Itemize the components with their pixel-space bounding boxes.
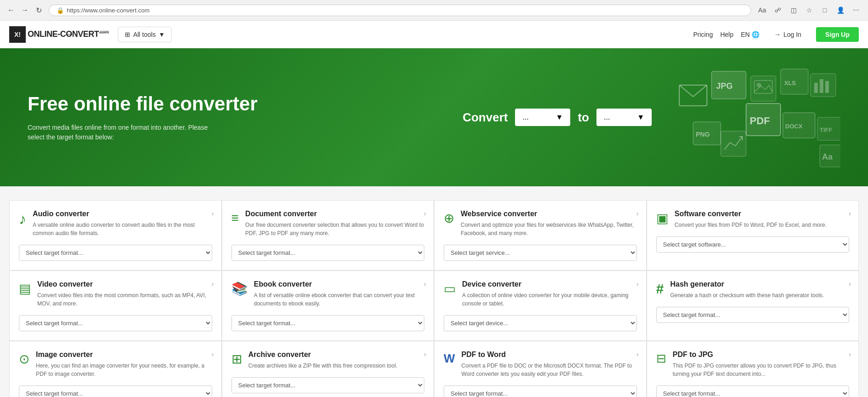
card-title-area-device: Device converter A collection of online … [462, 280, 637, 308]
card-select-ebook[interactable]: Select target format... EPUBMOBIAZWPDF [231, 315, 425, 331]
header-nav: Pricing Help EN 🌐 → Log In Sign Up [693, 27, 859, 42]
svg-text:Aa: Aa [822, 152, 833, 161]
card-desc-image: Here, you can find an image converter fo… [36, 362, 212, 378]
signup-button[interactable]: Sign Up [816, 27, 859, 42]
card-header-video: ▤ Video converter Convert video files in… [19, 280, 212, 308]
pricing-link[interactable]: Pricing [693, 31, 713, 38]
card-select-software[interactable]: Select target software... WordExcel [656, 236, 850, 253]
favorites-button[interactable]: ☆ [803, 4, 816, 17]
svg-text:TIFF: TIFF [820, 127, 832, 133]
card-arrow-device: › [637, 280, 639, 288]
card-select-pdfword[interactable]: Select target format... DOCDOCX [444, 385, 637, 397]
svg-text:PDF: PDF [750, 115, 770, 127]
converter-card-pdfjpg: ⊟ PDF to JPG This PDF to JPG converter a… [647, 341, 859, 397]
svg-rect-9 [814, 83, 818, 93]
converter-card-document: ≡ Document converter Our free document c… [222, 200, 434, 270]
svg-rect-11 [825, 81, 829, 93]
svg-text:DOCX: DOCX [785, 123, 803, 130]
zoom-button[interactable]: Aa [756, 4, 769, 17]
card-header-device: ▭ Device converter A collection of onlin… [444, 280, 637, 308]
chevron-down-icon: ▼ [158, 31, 165, 38]
card-arrow-webservice: › [637, 210, 639, 217]
card-desc-software: Convert your files from PDF to Word, PDF… [675, 221, 850, 229]
language-selector[interactable]: EN 🌐 [741, 31, 759, 38]
convert-to-dropdown[interactable]: ... ▼ [596, 109, 652, 126]
card-title-area-software: Software converter Convert your files fr… [675, 210, 850, 229]
hero-converter: Convert ... ▼ to ... ▼ [463, 109, 652, 126]
card-desc-webservice: Convert and optimize your files for webs… [461, 221, 637, 237]
card-title-hash: Hash generator [670, 280, 849, 288]
image-icon: ⊙ [19, 351, 29, 367]
browser-nav-buttons: ← → ↻ [6, 5, 44, 16]
card-select-pdfjpg[interactable]: Select target format... JPGPNG [656, 385, 850, 397]
decoration-svg: JPG XLS PD [665, 67, 840, 168]
card-select-hash[interactable]: Select target format... MD5SHA1SHA256 [656, 307, 850, 323]
collections-button[interactable]: □ [818, 4, 831, 17]
converter-card-video: ▤ Video converter Convert video files in… [9, 270, 222, 341]
card-arrow-pdfword: › [637, 351, 639, 358]
card-title-area-audio: Audio converter A versatile online audio… [33, 210, 212, 237]
help-link[interactable]: Help [720, 31, 734, 38]
svg-rect-18 [721, 131, 746, 156]
convert-from-dropdown[interactable]: ... ▼ [515, 109, 570, 126]
menu-button[interactable]: ⋯ [850, 4, 862, 17]
converter-card-software: ▣ Software converter Convert your files … [647, 200, 859, 270]
converter-card-hash: # Hash generator Generate a hash or chec… [647, 270, 859, 341]
svg-text:PNG: PNG [696, 131, 710, 138]
converter-card-ebook: 📚 Ebook converter A list of versatile on… [222, 270, 434, 341]
card-title-ebook: Ebook converter [254, 280, 425, 288]
card-select-audio[interactable]: Select target format... MP3WAVOGGFLACAAC… [19, 245, 212, 261]
browser-actions: Aa ☍ ◫ ☆ □ 👤 ⋯ [756, 4, 862, 17]
main-content: ♪ Audio converter A versatile online aud… [0, 186, 868, 397]
card-header-document: ≡ Document converter Our free document c… [231, 210, 425, 237]
card-header-archive: ⊞ Archive converter Create archives like… [231, 351, 425, 370]
pdfjpg-icon: ⊟ [656, 351, 666, 366]
refresh-button[interactable]: ↻ [33, 5, 44, 16]
card-title-area-pdfjpg: PDF to JPG This PDF to JPG converter all… [673, 351, 850, 378]
address-bar[interactable]: 🔒 https://www.online-convert.com [49, 5, 751, 16]
converter-card-pdfword: W PDF to Word Convert a PDF file to DOC … [434, 341, 647, 397]
card-arrow-hash: › [849, 280, 851, 288]
card-title-audio: Audio converter [33, 210, 212, 218]
web-icon: ⊕ [444, 211, 454, 226]
card-header-audio: ♪ Audio converter A versatile online aud… [19, 210, 212, 237]
software-icon: ▣ [656, 211, 668, 226]
card-arrow-archive: › [424, 351, 426, 358]
card-header-pdfjpg: ⊟ PDF to JPG This PDF to JPG converter a… [656, 351, 850, 378]
card-title-pdfword: PDF to Word [462, 351, 637, 359]
forward-button[interactable]: → [19, 5, 30, 16]
profile-button[interactable]: 👤 [834, 4, 847, 17]
card-select-archive[interactable]: Select target format... ZIPRAR7ZTARGZ [231, 377, 425, 393]
card-select-document[interactable]: Select target format... PDFDOCDOCXJPGPNG [231, 245, 425, 261]
url-text: https://www.online-convert.com [67, 7, 150, 14]
login-button[interactable]: → Log In [767, 27, 809, 42]
card-header-software: ▣ Software converter Convert your files … [656, 210, 850, 229]
card-title-video: Video converter [37, 280, 212, 288]
card-arrow-software: › [849, 210, 851, 217]
back-button[interactable]: ← [6, 5, 17, 16]
document-icon: ≡ [231, 211, 239, 225]
grid-icon: ⊞ [125, 31, 130, 38]
card-arrow-document: › [424, 210, 426, 217]
device-icon: ▭ [444, 281, 456, 296]
pdfword-icon: W [444, 351, 455, 366]
card-header-webservice: ⊕ Webservice converter Convert and optim… [444, 210, 637, 237]
hero-section: Free online file converter Convert media… [0, 48, 868, 186]
card-title-image: Image converter [36, 351, 212, 359]
svg-text:JPG: JPG [716, 81, 733, 91]
card-select-webservice[interactable]: Select target service... WhatsAppTwitter… [444, 245, 637, 261]
all-tools-button[interactable]: ⊞ All tools ▼ [118, 27, 172, 42]
audio-icon: ♪ [19, 211, 26, 228]
card-select-video[interactable]: Select target format... MP4AVIMOVMKVFLV [19, 315, 212, 331]
card-title-device: Device converter [462, 280, 637, 288]
card-title-area-image: Image converter Here, you can find an im… [36, 351, 212, 378]
card-select-image[interactable]: Select target format... JPGPNGGIFBMPTIFF… [19, 385, 212, 397]
logo-text: ONLINE-CONVERT.com [28, 29, 109, 39]
converter-card-archive: ⊞ Archive converter Create archives like… [222, 341, 434, 397]
card-header-hash: # Hash generator Generate a hash or chec… [656, 280, 850, 299]
site-header: X! ONLINE-CONVERT.com ⊞ All tools ▼ Pric… [0, 21, 868, 48]
split-button[interactable]: ◫ [787, 4, 800, 17]
card-select-device[interactable]: Select target device... iPhoneiPadAndroi… [444, 315, 637, 331]
logo[interactable]: X! ONLINE-CONVERT.com [9, 26, 109, 43]
reader-button[interactable]: ☍ [771, 4, 784, 17]
